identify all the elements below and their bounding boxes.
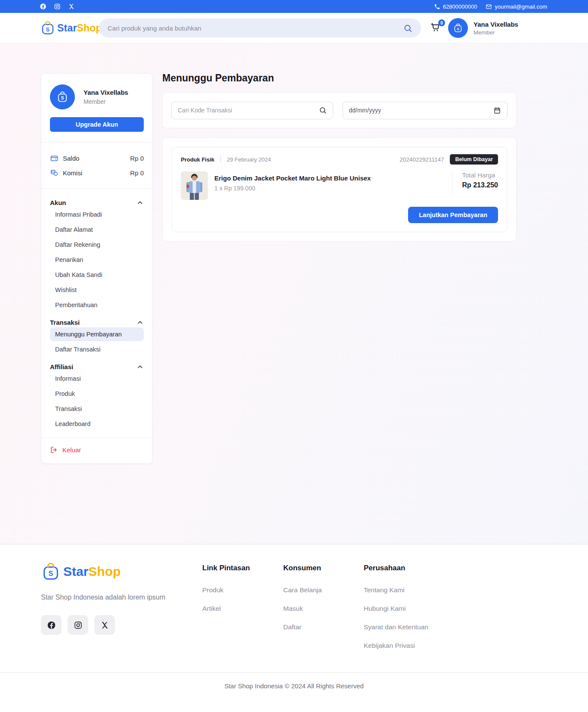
header-user[interactable]: S Yana Vixellabs Member xyxy=(448,18,518,38)
footer-link-syarat-dan-ketentuan[interactable]: Syarat dan Ketentuan xyxy=(364,623,428,631)
filter-card xyxy=(162,92,517,128)
sidebar-item-daftar-rekening[interactable]: Daftar Rekening xyxy=(50,238,144,252)
footer-link-kebijakan-privasi[interactable]: Kebijakan Privasi xyxy=(364,642,428,650)
footer-link-hubungi-kami[interactable]: Hubungi Kami xyxy=(364,605,428,613)
svg-text:S: S xyxy=(61,96,64,100)
topbar-contact: 62800000000 yourmail@gmail.com xyxy=(434,3,547,10)
footer-brand-block: S StarShop Star Shop Indonesia adalah lo… xyxy=(41,562,183,635)
search-icon[interactable] xyxy=(403,24,412,33)
transaction-search-input[interactable] xyxy=(178,107,319,114)
sidebar-profile: S Yana Vixellabs Member Upgrade Akun xyxy=(41,74,152,142)
sidebar: S Yana Vixellabs Member Upgrade Akun Sal… xyxy=(41,73,153,464)
order-product-type: Produk Fisik xyxy=(181,156,214,163)
sidebar-item-daftar-alamat[interactable]: Daftar Alamat xyxy=(50,223,144,236)
x-twitter-icon[interactable] xyxy=(68,3,75,10)
user-avatar: S xyxy=(448,18,468,38)
footer-link-artikel[interactable]: Artikel xyxy=(202,605,250,613)
instagram-button[interactable] xyxy=(68,615,88,635)
sidebar-item-affiliasi-produk[interactable]: Produk xyxy=(50,387,144,401)
footer-link-masuk[interactable]: Masuk xyxy=(283,605,322,613)
topbar-social xyxy=(40,3,75,10)
footer-column-title: Perusahaan xyxy=(364,564,428,572)
phone-link[interactable]: 62800000000 xyxy=(434,3,477,10)
order-header: Produk Fisik 29 February 2024 2024022921… xyxy=(181,152,498,166)
sidebar-item-informasi-pribadi[interactable]: Informasi Pribadi xyxy=(50,208,144,221)
date-filter-field xyxy=(343,102,508,119)
sidebar-item-menunggu-pembayaran[interactable]: Menunggu Pembayaran xyxy=(50,327,144,341)
x-twitter-button[interactable] xyxy=(94,615,115,635)
sidebar-item-affiliasi-leaderboard[interactable]: Leaderboard xyxy=(50,417,144,431)
footer-link-tentang-kami[interactable]: Tentang Kami xyxy=(364,586,428,594)
section-transaksi[interactable]: Transaksi xyxy=(50,319,144,326)
saldo-label: Saldo xyxy=(63,155,79,162)
footer-link-daftar[interactable]: Daftar xyxy=(283,623,322,631)
sidebar-item-affiliasi-informasi[interactable]: Informasi xyxy=(50,372,144,386)
footer: S StarShop Star Shop Indonesia adalah lo… xyxy=(0,544,588,712)
footer-tagline: Star Shop Indonesia adalah lorem ipsum xyxy=(41,594,183,601)
sidebar-avatar: S xyxy=(50,84,75,109)
logout-icon xyxy=(50,446,58,454)
facebook-icon[interactable] xyxy=(40,3,46,10)
avatar-bag-icon: S xyxy=(56,90,69,104)
chevron-up-icon xyxy=(136,319,144,326)
instagram-icon[interactable] xyxy=(54,3,61,10)
sidebar-item-wishlist[interactable]: Wishlist xyxy=(50,283,144,297)
divider xyxy=(220,156,221,163)
sidebar-item-pemberitahuan[interactable]: Pemberitahuan xyxy=(50,298,144,312)
search-icon[interactable] xyxy=(319,106,327,114)
footer-link-cara-belanja[interactable]: Cara Belanja xyxy=(283,586,322,594)
footer-column-title: Link Pintasan xyxy=(202,564,250,572)
upgrade-akun-button[interactable]: Upgrade Akun xyxy=(50,117,144,132)
saldo-row: Saldo Rp 0 xyxy=(50,152,144,164)
order-date: 29 February 2024 xyxy=(227,156,271,163)
header-user-role: Member xyxy=(473,29,518,36)
svg-text:S: S xyxy=(46,26,50,33)
header-user-name: Yana Vixellabs xyxy=(473,21,518,28)
continue-payment-button[interactable]: Lanjutkan Pembayaran xyxy=(408,207,498,223)
order-transaction-code: 20240229211147 xyxy=(399,156,444,163)
brand-first: Star xyxy=(63,564,88,578)
sidebar-item-affiliasi-transaksi[interactable]: Transaksi xyxy=(50,402,144,416)
chevron-up-icon xyxy=(136,363,144,370)
komisi-value: Rp 0 xyxy=(130,169,144,177)
email-link[interactable]: yourmail@gmail.com xyxy=(486,3,547,10)
footer-link-produk[interactable]: Produk xyxy=(202,586,250,594)
header: S StarShop 0 S Yana Vixellabs xyxy=(0,13,588,43)
section-affiliasi[interactable]: Affiliasi xyxy=(50,363,144,370)
phone-icon xyxy=(434,3,440,10)
brand-logo[interactable]: S StarShop xyxy=(40,20,102,36)
facebook-button[interactable] xyxy=(41,615,62,635)
footer-column-perusahaan: Perusahaan Tentang Kami Hubungi Kami Sya… xyxy=(364,564,428,650)
shopping-bag-logo-icon: S xyxy=(41,562,61,581)
logout-button[interactable]: Keluar xyxy=(41,438,152,463)
divider xyxy=(452,171,452,196)
instagram-icon xyxy=(74,621,83,630)
brand-first: Star xyxy=(57,22,77,34)
wallet-icon xyxy=(50,154,59,162)
sidebar-item-penarikan[interactable]: Penarikan xyxy=(50,253,144,267)
sidebar-user-name: Yana Vixellabs xyxy=(84,89,128,96)
topbar-phone: 62800000000 xyxy=(443,3,477,10)
facebook-icon xyxy=(47,621,56,630)
sidebar-item-daftar-transaksi[interactable]: Daftar Transaksi xyxy=(50,342,144,356)
logout-label: Keluar xyxy=(62,446,81,454)
date-filter-input[interactable] xyxy=(349,107,494,114)
cart-button[interactable]: 0 xyxy=(430,22,444,35)
sidebar-item-ubah-kata-sandi[interactable]: Ubah Kata Sandi xyxy=(50,268,144,282)
transaction-search-field xyxy=(171,102,333,119)
section-akun[interactable]: Akun xyxy=(50,199,144,206)
main-content: Menunggu Pembayaran Produk Fisik xyxy=(162,72,517,242)
denim-jacket-image xyxy=(181,171,208,200)
sidebar-user-role: Member xyxy=(84,98,128,105)
calendar-icon[interactable] xyxy=(493,106,501,114)
order-total: Total Harga Rp 213.250 xyxy=(452,171,498,196)
orders-panel: Produk Fisik 29 February 2024 2024022921… xyxy=(162,137,517,242)
product-image xyxy=(181,171,208,200)
cart-count-badge: 0 xyxy=(438,19,445,26)
svg-text:S: S xyxy=(457,27,459,31)
sidebar-sections: Akun Informasi Pribadi Daftar Alamat Daf… xyxy=(41,189,152,438)
order-body: Erigo Denim Jacket Pocket Maro Light Blu… xyxy=(181,171,498,200)
komisi-label: Komisi xyxy=(63,169,82,177)
footer-logo[interactable]: S StarShop xyxy=(41,562,183,581)
product-search-input[interactable] xyxy=(108,25,403,32)
